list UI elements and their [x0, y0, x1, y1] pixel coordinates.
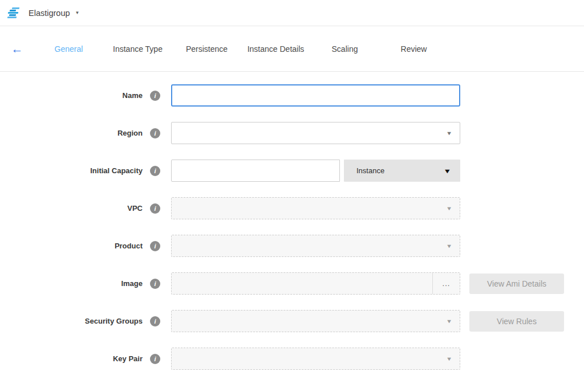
region-info-icon[interactable]: i	[150, 128, 160, 138]
region-label: Region	[0, 129, 143, 137]
tab-general[interactable]: General	[34, 39, 103, 59]
app-header: Elastigroup ▼	[0, 0, 584, 26]
view-ami-details-button[interactable]: View Ami Details	[469, 273, 564, 294]
region-row: Region i ▼	[0, 122, 584, 144]
name-row: Name i	[0, 84, 584, 107]
back-arrow-icon: ←	[11, 42, 23, 55]
initial-capacity-row: Initial Capacity i Instance ▼	[0, 160, 584, 182]
chevron-down-icon: ▼	[446, 243, 452, 249]
chevron-down-icon: ▼	[446, 130, 452, 136]
vpc-info-icon[interactable]: i	[150, 203, 160, 214]
tab-persistence[interactable]: Persistence	[172, 39, 241, 59]
key-pair-label: Key Pair	[0, 354, 143, 363]
image-row: Image i ... View Ami Details	[0, 272, 584, 295]
key-pair-info-icon[interactable]: i	[150, 354, 160, 364]
name-label: Name	[0, 91, 143, 100]
image-input-group: ...	[171, 272, 460, 295]
name-input[interactable]	[171, 84, 460, 107]
product-info-icon[interactable]: i	[150, 241, 160, 251]
product-label: Product	[0, 242, 143, 250]
product-row: Product i ▼	[0, 235, 584, 257]
image-label: Image	[0, 279, 143, 288]
elastigroup-logo-icon	[7, 7, 23, 18]
product-select: ▼	[171, 235, 460, 257]
key-pair-row: Key Pair i ▼	[0, 348, 584, 370]
key-pair-select: ▼	[171, 348, 460, 370]
security-groups-info-icon[interactable]: i	[150, 316, 160, 326]
tab-instance-details[interactable]: Instance Details	[241, 39, 310, 59]
tab-review[interactable]: Review	[379, 39, 448, 59]
image-browse-button[interactable]: ...	[432, 273, 460, 294]
chevron-down-icon: ▼	[446, 318, 452, 324]
security-groups-row: Security Groups i ▼ View Rules	[0, 310, 584, 332]
initial-capacity-input[interactable]	[171, 160, 340, 182]
tab-instance-type[interactable]: Instance Type	[103, 39, 172, 59]
vpc-row: VPC i ▼	[0, 197, 584, 219]
capacity-unit-select[interactable]: Instance ▼	[344, 160, 460, 182]
image-info-icon[interactable]: i	[150, 279, 160, 289]
chevron-down-icon: ▼	[443, 168, 451, 174]
general-settings-form: Name i Region i ▼ Initial Capacity i Ins…	[0, 72, 584, 370]
security-groups-label: Security Groups	[0, 317, 143, 325]
image-value-field	[172, 273, 432, 294]
initial-capacity-info-icon[interactable]: i	[150, 166, 160, 176]
chevron-down-icon: ▼	[446, 206, 452, 211]
view-rules-button[interactable]: View Rules	[469, 311, 564, 332]
capacity-unit-value: Instance	[356, 166, 384, 175]
back-button[interactable]: ←	[0, 43, 34, 55]
tab-scaling[interactable]: Scaling	[310, 39, 379, 59]
wizard-tabbar: ← General Instance Type Persistence Inst…	[0, 26, 584, 72]
app-title: Elastigroup	[29, 9, 70, 18]
chevron-down-icon: ▼	[446, 356, 452, 362]
region-select[interactable]: ▼	[171, 122, 460, 144]
name-info-icon[interactable]: i	[150, 91, 160, 101]
vpc-select: ▼	[171, 197, 460, 219]
vpc-label: VPC	[0, 204, 143, 213]
initial-capacity-label: Initial Capacity	[0, 166, 143, 175]
security-groups-select: ▼	[171, 310, 460, 332]
app-switcher-caret-icon[interactable]: ▼	[75, 10, 80, 15]
